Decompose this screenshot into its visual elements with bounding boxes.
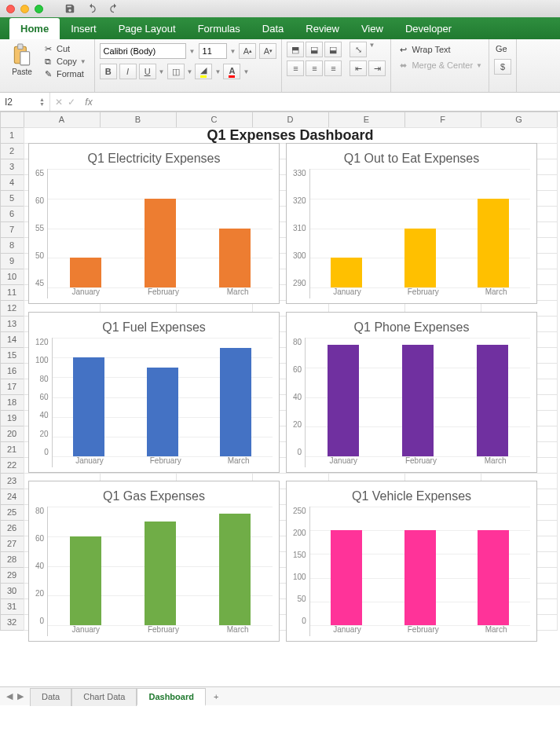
align-right-button[interactable]: ≡ [324,60,342,76]
ribbon-tab-developer[interactable]: Developer [394,18,463,39]
row-header[interactable]: 20 [0,426,24,442]
row-header[interactable]: 30 [0,583,24,599]
bold-button[interactable]: B [100,64,117,79]
column-header[interactable]: G [481,112,558,128]
chart[interactable]: Q1 Out to Eat Expenses330320310300290Jan… [286,143,537,304]
underline-button[interactable]: U [139,64,156,79]
align-middle-button[interactable]: ⬓ [306,42,323,57]
name-box[interactable]: I2 ▲▼ [0,93,50,111]
row-header[interactable]: 28 [0,551,24,568]
row-header[interactable]: 19 [0,410,24,426]
minimize-window-icon[interactable] [20,5,29,13]
row-header[interactable]: 4 [0,174,24,191]
paste-button[interactable]: Paste [5,42,39,90]
align-top-button[interactable]: ⬒ [287,42,304,57]
row-header[interactable]: 1 [0,127,24,144]
row-header[interactable]: 15 [0,347,24,364]
tab-scroll-left-icon[interactable]: ◀ [6,691,13,701]
row-header[interactable]: 6 [0,206,24,222]
column-header[interactable]: E [328,112,405,128]
wrap-text-button[interactable]: ↩ Wrap Text [396,42,484,57]
ribbon-tab-formulas[interactable]: Formulas [187,18,251,39]
sheet-tab-chart-data[interactable]: Chart Data [71,688,137,706]
chart[interactable]: Q1 Gas Expenses806040200JanuaryFebruaryM… [28,481,280,642]
row-header[interactable]: 14 [0,331,24,348]
font-name-select[interactable] [100,43,186,59]
chart[interactable]: Q1 Electricity Expenses6560555045January… [28,143,280,304]
column-header[interactable]: F [404,112,481,128]
sheet-tab-dashboard[interactable]: Dashboard [137,688,205,706]
column-header[interactable]: D [252,112,329,128]
spreadsheet-grid[interactable]: ABCDEFGQ1 Expenses Dashboard Q1 Electric… [0,112,560,686]
chart[interactable]: Q1 Phone Expenses806040200JanuaryFebruar… [286,312,537,473]
row-header[interactable]: 25 [0,504,24,521]
row-header[interactable]: 13 [0,316,24,332]
row-header[interactable]: 9 [0,253,24,269]
fx-button[interactable]: fx [80,97,97,108]
format-painter-button[interactable]: ✎Format [42,68,86,79]
save-icon[interactable] [64,3,75,14]
number-format-select[interactable]: Ge [494,42,511,56]
ribbon-tab-review[interactable]: Review [295,18,350,39]
decrease-indent-button[interactable]: ⇤ [350,60,367,76]
close-window-icon[interactable] [6,5,15,13]
increase-font-button[interactable]: A▴ [239,43,256,59]
sheet-tab-data[interactable]: Data [30,688,71,706]
ribbon-tab-home[interactable]: Home [9,18,60,39]
border-button[interactable]: ◫ [167,64,185,79]
row-header[interactable]: 27 [0,536,24,552]
merge-center-button[interactable]: ⬌ Merge & Center ▼ [396,57,484,73]
cancel-formula-icon[interactable]: ✕ [55,97,63,108]
row-header[interactable]: 2 [0,143,24,159]
row-header[interactable]: 16 [0,363,24,379]
column-header[interactable]: A [24,112,101,128]
undo-icon[interactable] [86,3,97,14]
row-header[interactable]: 26 [0,520,24,536]
zoom-window-icon[interactable] [35,5,43,13]
fill-color-button[interactable]: ◢ [195,64,212,79]
row-header[interactable]: 32 [0,614,24,631]
row-header[interactable]: 24 [0,489,24,505]
ribbon-tab-data[interactable]: Data [251,18,295,39]
formula-input[interactable] [97,97,560,108]
row-header[interactable]: 10 [0,269,24,285]
row-header[interactable]: 8 [0,237,24,254]
copy-button[interactable]: ⧉Copy▼ [42,56,86,67]
column-header[interactable]: C [176,112,253,128]
row-header[interactable]: 22 [0,457,24,474]
column-header[interactable]: B [100,112,177,128]
redo-icon[interactable] [108,3,119,14]
row-header[interactable]: 11 [0,284,24,301]
enter-formula-icon[interactable]: ✓ [68,97,75,108]
decrease-font-button[interactable]: A▾ [259,43,276,59]
row-header[interactable]: 5 [0,190,24,207]
italic-button[interactable]: I [119,64,137,79]
row-header[interactable]: 7 [0,221,24,238]
row-header[interactable]: 23 [0,473,24,489]
row-header[interactable]: 17 [0,379,24,395]
ribbon-tab-insert[interactable]: Insert [60,18,108,39]
row-header[interactable]: 31 [0,598,24,615]
chart[interactable]: Q1 Fuel Expenses120100806040200JanuaryFe… [28,312,280,473]
row-header[interactable]: 29 [0,567,24,584]
cut-button[interactable]: ✂Cut [42,43,86,54]
ribbon-tab-view[interactable]: View [350,18,394,39]
select-all-corner[interactable] [0,112,24,128]
align-left-button[interactable]: ≡ [287,60,304,76]
increase-indent-button[interactable]: ⇥ [368,60,386,76]
row-header[interactable]: 12 [0,300,24,317]
row-header[interactable]: 18 [0,394,24,411]
row-header[interactable]: 21 [0,441,24,458]
align-center-button[interactable]: ≡ [306,60,323,76]
currency-button[interactable]: $ [494,59,511,75]
add-sheet-button[interactable]: + [206,689,226,705]
chart[interactable]: Q1 Vehicle Expenses250200150100500Januar… [286,481,537,642]
font-color-button[interactable]: A [223,64,240,79]
align-bottom-button[interactable]: ⬓ [324,42,342,57]
orientation-button[interactable]: ⤡ [350,42,367,57]
font-size-select[interactable] [199,43,227,59]
name-box-stepper-icon[interactable]: ▲▼ [39,97,45,107]
ribbon-tab-page-layout[interactable]: Page Layout [108,18,187,39]
row-header[interactable]: 3 [0,159,24,175]
tab-scroll-right-icon[interactable]: ▶ [17,691,24,701]
